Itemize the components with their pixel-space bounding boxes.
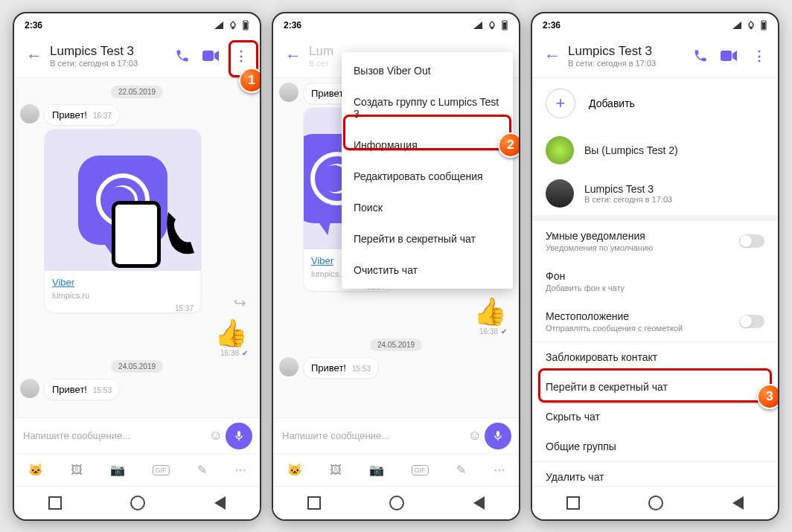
add-member-row[interactable]: + Добавить bbox=[532, 78, 778, 129]
status-time: 2:36 bbox=[543, 20, 561, 31]
status-time: 2:36 bbox=[284, 20, 301, 31]
svg-point-0 bbox=[232, 26, 234, 28]
avatar[interactable] bbox=[20, 379, 39, 398]
avatar[interactable] bbox=[279, 357, 298, 376]
emoji-icon[interactable]: ☺ bbox=[209, 428, 223, 443]
context-menu: Вызов Viber Out Создать группу с Lumpics… bbox=[342, 52, 513, 289]
gif-icon[interactable]: GIF bbox=[153, 465, 170, 475]
setting-secret-chat[interactable]: Перейти в секретный чат bbox=[532, 372, 778, 402]
mic-button[interactable] bbox=[485, 423, 511, 449]
setting-common-groups[interactable]: Общие группы bbox=[532, 432, 778, 461]
nav-recent-icon[interactable] bbox=[566, 496, 580, 510]
toggle-switch[interactable] bbox=[739, 315, 764, 328]
setting-sublabel: Отправлять сообщения с геометкой bbox=[546, 324, 683, 333]
avatar bbox=[546, 136, 574, 164]
avatar[interactable] bbox=[20, 104, 39, 124]
call-icon[interactable] bbox=[175, 48, 190, 63]
status-icons bbox=[214, 20, 249, 31]
setting-label: Заблокировать контакт bbox=[546, 351, 657, 363]
sticker-icon[interactable]: 🐱 bbox=[28, 463, 43, 477]
setting-block[interactable]: Заблокировать контакт bbox=[532, 342, 778, 372]
nav-home-icon[interactable] bbox=[648, 496, 663, 510]
setting-label: Умные уведомления bbox=[546, 230, 653, 242]
menu-secret-chat[interactable]: Перейти в секретный чат bbox=[342, 223, 513, 254]
setting-background[interactable]: Фон Добавить фон к чату bbox=[532, 261, 778, 301]
video-icon[interactable] bbox=[202, 49, 220, 63]
menu-clear-chat[interactable]: Очистить чат bbox=[342, 254, 513, 286]
member-contact[interactable]: Lumpics Test 3 В сети: сегодня в 17:03 bbox=[532, 172, 778, 215]
nav-home-icon[interactable] bbox=[389, 496, 404, 510]
status-bar: 2:36 bbox=[273, 13, 519, 34]
camera-icon[interactable]: 📷 bbox=[110, 463, 125, 477]
message-text: Привет! bbox=[311, 362, 346, 374]
more-icon[interactable]: ⋯ bbox=[234, 463, 246, 477]
menu-create-group[interactable]: Создать группу с Lumpics Test 3 bbox=[342, 86, 513, 129]
chat-status: В сети: сегодня в 17:03 bbox=[568, 59, 693, 68]
chat-header: ← Lumpics Test 3 В сети: сегодня в 17:03… bbox=[14, 34, 260, 78]
android-nav-bar bbox=[532, 486, 778, 519]
toggle-switch[interactable] bbox=[739, 234, 764, 248]
call-icon[interactable] bbox=[693, 48, 708, 63]
nav-home-icon[interactable] bbox=[130, 496, 145, 510]
back-icon[interactable]: ← bbox=[279, 40, 307, 71]
member-you[interactable]: Вы (Lumpics Test 2) bbox=[532, 129, 778, 172]
chat-name: Lumpics Test 3 bbox=[568, 44, 693, 59]
message-bubble[interactable]: Привет! 15:53 bbox=[303, 357, 379, 379]
gif-icon[interactable]: GIF bbox=[412, 465, 429, 475]
menu-information[interactable]: Информация bbox=[342, 129, 513, 161]
menu-search[interactable]: Поиск bbox=[342, 192, 513, 223]
nav-recent-icon[interactable] bbox=[48, 496, 62, 510]
gallery-icon[interactable]: 🖼 bbox=[330, 464, 342, 477]
emoji-icon[interactable]: ☺ bbox=[468, 428, 482, 443]
nav-back-icon[interactable] bbox=[473, 496, 485, 510]
setting-smart-notifications[interactable]: Умные уведомления Уведомления по умолчан… bbox=[532, 221, 778, 261]
message-input[interactable] bbox=[22, 429, 206, 442]
step-badge-1: 1 bbox=[239, 68, 261, 93]
menu-edit-messages[interactable]: Редактировать сообщения bbox=[342, 161, 513, 192]
preview-link[interactable]: Viber bbox=[311, 255, 333, 266]
nav-back-icon[interactable] bbox=[732, 496, 744, 510]
share-icon[interactable]: ↪ bbox=[234, 294, 246, 312]
chat-title-block[interactable]: Lumpics Test 3 В сети: сегодня в 17:03 bbox=[50, 44, 175, 68]
nav-back-icon[interactable] bbox=[214, 496, 226, 510]
setting-hide-chat[interactable]: Скрыть чат bbox=[532, 402, 778, 432]
more-icon[interactable]: ⋯ bbox=[494, 463, 505, 477]
android-nav-bar bbox=[14, 486, 260, 519]
message-time: 16:37 bbox=[93, 112, 112, 120]
outgoing-sticker[interactable]: 👍 16:38 ✔ bbox=[279, 296, 507, 336]
attachment-bar: 🐱 🖼 📷 GIF ✎ ⋯ bbox=[14, 454, 260, 486]
camera-icon[interactable]: 📷 bbox=[369, 463, 384, 477]
avatar[interactable] bbox=[279, 83, 298, 102]
link-preview-card[interactable]: Viber lumpics.ru 16:37 bbox=[44, 129, 202, 313]
preview-overlay-icons bbox=[112, 201, 198, 268]
message-bubble[interactable]: Привет! 16:37 bbox=[44, 104, 120, 126]
back-icon[interactable]: ← bbox=[20, 40, 48, 71]
message-time: 15:53 bbox=[352, 365, 371, 373]
doodle-icon[interactable]: ✎ bbox=[456, 463, 466, 477]
more-menu-icon[interactable]: ⋮ bbox=[231, 47, 249, 65]
nav-recent-icon[interactable] bbox=[307, 496, 321, 510]
mic-button[interactable] bbox=[226, 423, 252, 449]
attachment-bar: 🐱 🖼 📷 GIF ✎ ⋯ bbox=[273, 454, 519, 486]
svg-rect-3 bbox=[202, 51, 214, 61]
menu-viber-out[interactable]: Вызов Viber Out bbox=[342, 55, 513, 86]
more-menu-icon[interactable]: ⋮ bbox=[750, 47, 767, 65]
step-badge-2: 2 bbox=[498, 132, 520, 158]
phone-screen-2: 2:36 ← Lum В сет Привет! Viber lumpics.r… bbox=[272, 12, 520, 521]
outgoing-sticker[interactable]: 👍 16:38 ✔ bbox=[20, 318, 248, 357]
status-bar: 2:36 bbox=[532, 13, 778, 34]
setting-delete-chat[interactable]: Удалить чат bbox=[532, 462, 778, 486]
message-row: Привет! 15:53 bbox=[279, 357, 513, 379]
chat-title-block[interactable]: Lumpics Test 3 В сети: сегодня в 17:03 bbox=[568, 44, 693, 68]
sticker-icon[interactable]: 🐱 bbox=[287, 463, 302, 477]
setting-location[interactable]: Местоположение Отправлять сообщения с ге… bbox=[532, 301, 778, 342]
doodle-icon[interactable]: ✎ bbox=[197, 463, 207, 477]
message-input[interactable] bbox=[281, 429, 465, 442]
back-icon[interactable]: ← bbox=[538, 40, 566, 71]
video-icon[interactable] bbox=[720, 49, 738, 63]
preview-link[interactable]: Viber bbox=[52, 277, 74, 288]
member-name: Lumpics Test 3 bbox=[584, 183, 672, 195]
message-bubble[interactable]: Привет! 15:53 bbox=[44, 379, 120, 400]
gallery-icon[interactable]: 🖼 bbox=[71, 464, 83, 477]
status-bar: 2:36 bbox=[14, 13, 260, 34]
